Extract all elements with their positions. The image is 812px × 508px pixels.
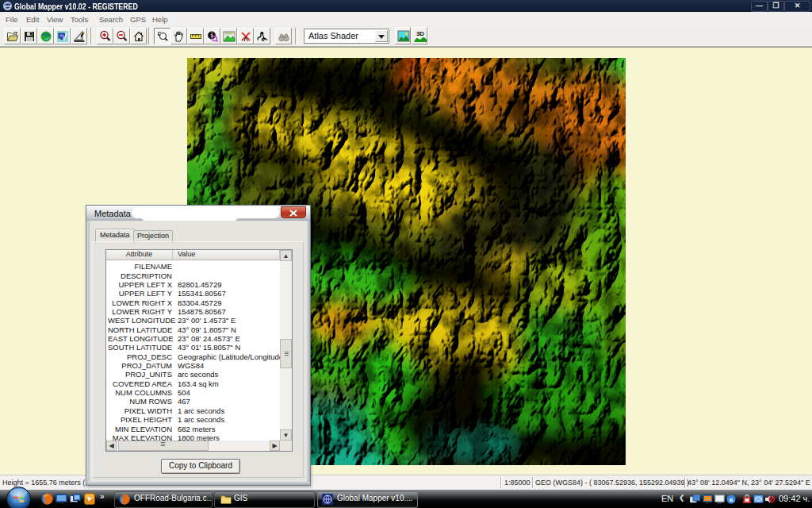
svg-text:3D: 3D bbox=[416, 30, 424, 37]
svg-text:a: a bbox=[730, 496, 733, 503]
